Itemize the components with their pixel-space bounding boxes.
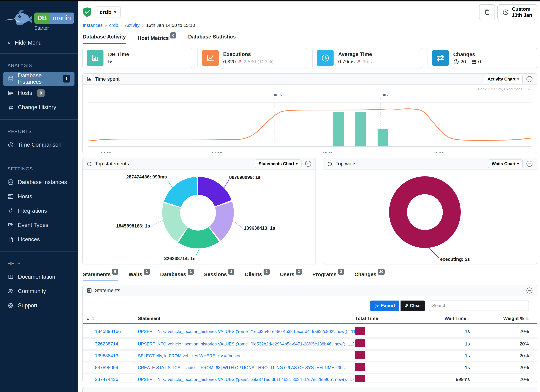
col-weight[interactable]: Weight %⇅ [470,316,529,321]
tab-statements[interactable]: Statements5 [83,270,118,280]
tab-database-activity[interactable]: Database Activity [83,34,126,44]
change-marker-label[interactable]: ⇄ 16 [274,93,282,97]
sidebar-item-database-instances[interactable]: Database Instances [3,175,75,189]
count-badge: 2 [296,269,302,275]
sidebar-item-support[interactable]: Support [3,298,75,313]
sidebar-item-database-instances[interactable]: Database Instances1 [3,72,75,86]
collapse-panel-icon[interactable] [526,76,533,83]
event-icon [8,222,14,228]
waits-chart-mode-button[interactable]: Waits Chart ▾ [488,159,523,168]
sidebar-item-hosts[interactable]: Hosts [3,189,75,203]
sidebar-item-event-types[interactable]: Event Types [3,218,75,232]
kpi-average-time: Average Time 0.79ms ↗ 0ms [312,48,422,68]
statement-id-link[interactable]: 887898099 [95,365,138,370]
mode-button-label: Waits Chart [492,161,515,166]
time-range-button[interactable]: Custom 13th Jan [497,4,537,20]
statement-id-link[interactable]: 326238714 [95,341,138,347]
tab-sessions[interactable]: Sessions2 [204,270,234,280]
activity-chart-mode-button[interactable]: Activity Chart ▾ [484,75,523,83]
clear-button[interactable]: ↺ Clear [400,301,425,311]
col-id[interactable]: #⇅ [87,316,95,321]
mode-button-label: Activity Chart [488,77,515,82]
collapse-panel-icon[interactable] [526,287,533,294]
wait-time-cell: 1s [386,353,470,358]
table-row[interactable]: 887898099CREATE STATISTICS __auto__ FROM… [83,361,537,373]
tab-waits[interactable]: Waits1 [129,270,150,280]
donut-slice-label[interactable]: 326238714: 1s [142,256,195,261]
sidebar-item-integrations[interactable]: Integrations [3,204,75,218]
tab-users[interactable]: Users2 [280,270,302,280]
sidebar-item-licences[interactable]: Licences [3,233,75,247]
sidebar-item-time-comparison[interactable]: Time Comparison [3,138,75,152]
breadcrumb-instances[interactable]: Instances [83,23,103,28]
tab-programs[interactable]: Programs2 [312,270,344,280]
statement-text-link[interactable]: UPSERT INTO vehicle_location_histories V… [138,342,355,347]
instance-selector[interactable]: crdb ▾ [95,6,121,18]
kpi-executions: Executions 6,320 ↗ 2,830 (123%) [197,48,307,68]
sidebar-item-label: Support [18,302,37,309]
col-wait-time[interactable]: Wait Time↑ [386,316,470,321]
hide-menu-button[interactable]: « Hide Menu [0,33,78,53]
count-badge: 20 [378,269,385,275]
panel-title: Statements [95,288,120,293]
table-row[interactable]: 287474436UPSERT INTO vehicle_location_hi… [83,373,537,382]
donut-slice-label[interactable]: 887898099: 1s [229,174,260,180]
table-row[interactable]: 326238714UPSERT INTO vehicle_location_hi… [83,337,537,349]
change-marker-label[interactable]: ⇄ 7 [383,93,389,97]
waits-donut[interactable] [389,176,461,248]
total-time-bar [355,339,365,347]
statement-text-link[interactable]: SELECT city, id FROM vehicles WHERE city… [138,353,355,358]
donut-slice-label[interactable]: 287474436: 999ms [106,174,167,180]
sidebar-item-label: Licences [18,236,40,243]
statements-chart-mode-button[interactable]: Statements Chart ▾ [255,159,301,168]
sidebar-item-hosts[interactable]: Hosts0 [3,86,75,100]
sidebar-item-label: Time Comparison [18,142,61,148]
col-total-time[interactable]: Total Time [355,316,386,321]
sidebar-item-change-history[interactable]: ⇄Change History [3,100,75,114]
statement-id-link[interactable]: 287474436 [95,377,138,382]
activity-chart[interactable]: Peak Time: 2s, Executions: 837 ⇄ 16⇄ 7 1… [83,85,537,153]
pie-chart-icon [87,161,92,166]
x-axis: 14:5014:5515:0015:05 [88,150,531,153]
sidebar-item-label: Hosts [18,90,32,96]
breadcrumb-activity[interactable]: Activity [125,23,140,28]
weight-cell: 20% [470,329,529,334]
tab-changes[interactable]: Changes20 [355,270,385,280]
collapse-panel-icon[interactable] [526,160,533,167]
statement-id-link[interactable]: 1845898166 [95,329,138,334]
statements-donut-chart[interactable]: 887898099: 1s139638413: 1s326238714: 1s1… [83,169,315,264]
clear-label: Clear [410,303,421,308]
brand-text: DB marlin Starter [34,8,74,31]
waits-donut-chart[interactable]: executing: 5s [323,169,537,264]
tab-clients[interactable]: Clients2 [245,270,270,280]
copy-link-button[interactable] [479,4,495,20]
statement-id-link[interactable]: 139638413 [95,353,138,358]
tab-database-statistics[interactable]: Database Statistics [188,34,236,44]
collapse-panel-icon[interactable] [305,160,311,167]
count-badge: 5 [112,269,118,275]
breadcrumb-crdb[interactable]: crdb [109,23,118,28]
statement-text-link[interactable]: CREATE STATISTICS __auto__ FROM [63] WIT… [138,365,355,370]
tab-databases[interactable]: Databases1 [160,270,194,280]
donut-slice-label[interactable]: executing: 5s [440,257,470,262]
swap-arrows-icon: ⇄ [432,50,449,66]
statements-donut[interactable] [162,177,234,248]
donut-slice-label[interactable]: 1845898166: 1s [94,223,150,229]
table-row[interactable]: 139638413SELECT city, id FROM vehicles W… [83,349,537,361]
table-row[interactable]: 1845898166UPSERT INTO vehicle_location_h… [83,326,537,337]
top-statements-panel: Top statements Statements Chart ▾ 887898… [82,158,316,264]
donut-slice-label[interactable]: 139638413: 1s [244,225,275,231]
sidebar-item-community[interactable]: Community [3,284,75,298]
collapse-chevrons-icon: « [8,39,11,46]
statement-text-link[interactable]: UPSERT INTO vehicle_location_histories V… [138,329,355,334]
export-button[interactable]: Export [370,301,399,311]
sidebar-item-documentation[interactable]: Documentation [3,270,75,284]
app: DB marlin Starter « Hide Menu ANALYSISDa… [0,1,540,392]
server-icon [8,193,14,200]
brand-edition: Starter [34,25,74,31]
statement-text-link[interactable]: UPSERT INTO vehicle_location_histories V… [138,377,355,382]
search-input[interactable] [429,301,529,311]
col-statement[interactable]: Statement [138,316,355,321]
window-top-strip [0,0,540,1]
tab-host-metrics[interactable]: Host Metrics0 [138,34,176,44]
